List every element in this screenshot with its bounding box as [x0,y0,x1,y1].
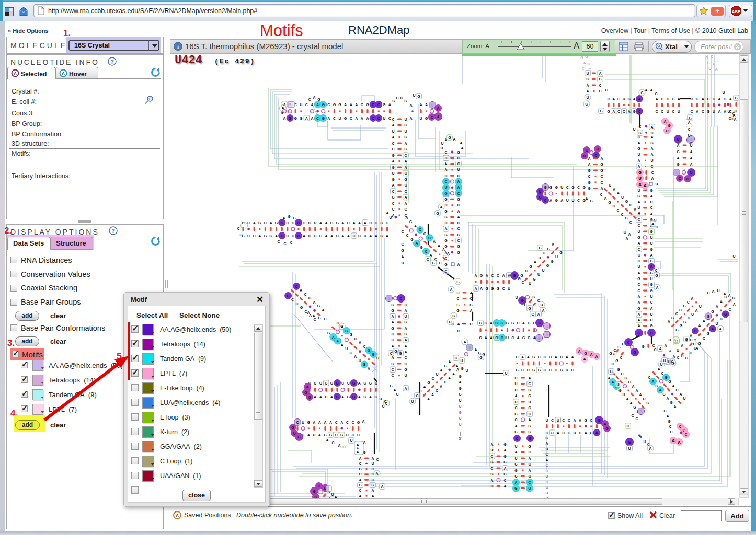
svg-text:U: U [732,254,735,258]
svg-text:A: A [392,183,394,187]
svg-text:G: G [637,236,640,239]
svg-text:G: G [511,321,514,325]
svg-text:G: G [394,350,397,353]
svg-text:C: C [551,431,554,435]
svg-text:A: A [457,263,460,266]
svg-text:A: A [275,234,278,238]
svg-text:G: G [336,221,339,225]
svg-text:G: G [300,117,303,120]
svg-text:G: G [650,230,653,234]
svg-text:G: G [545,436,548,440]
svg-text:C: C [555,368,557,372]
svg-text:U: U [456,291,459,295]
svg-text:U: U [404,374,407,377]
svg-text:C: C [638,125,641,129]
svg-text:G: G [423,232,427,236]
svg-text:G: G [655,384,658,388]
svg-text:C: C [297,234,300,238]
svg-text:A: A [583,357,586,361]
svg-text:U: U [667,110,669,113]
svg-text:G: G [698,342,701,345]
svg-text:U: U [637,265,640,269]
svg-text:U: U [515,296,518,299]
svg-text:A: A [637,159,640,162]
svg-text:C: C [661,371,664,375]
svg-text:A: A [486,274,488,277]
svg-text:G: G [371,483,374,487]
svg-text:A: A [585,431,587,435]
svg-text:A: A [363,440,365,444]
svg-text:C: C [690,351,692,355]
svg-text:C: C [637,259,640,263]
svg-text:A: A [281,106,284,110]
svg-text:C: C [308,98,311,101]
svg-text:C: C [533,321,535,325]
svg-text:G: G [404,368,407,371]
svg-text:A: A [447,252,450,255]
svg-text:A: A [590,353,592,356]
svg-text:G: G [497,287,500,290]
svg-text:G: G [585,102,588,106]
svg-text:U: U [459,423,461,426]
svg-text:C: C [650,131,653,135]
svg-text:G: G [538,368,541,372]
svg-text:C: C [669,425,671,428]
svg-text:C: C [375,381,377,385]
svg-text:A: A [637,165,640,168]
svg-text:A: A [485,336,487,340]
svg-text:A: A [729,97,732,101]
svg-text:C: C [404,154,407,157]
svg-text:A: A [457,185,460,189]
svg-text:A: A [444,162,447,166]
svg-text:C: C [490,455,493,458]
svg-text:U: U [449,320,451,324]
svg-text:A: A [341,234,344,238]
svg-text:U: U [371,462,374,466]
svg-text:C: C [327,103,330,107]
svg-text:G: G [425,117,428,120]
svg-text:G: G [586,77,589,81]
svg-text:G: G [514,474,518,478]
svg-text:G: G [404,147,407,151]
svg-text:U: U [545,474,548,478]
svg-text:A: A [490,479,493,482]
svg-text:A: A [690,150,692,154]
svg-text:G: G [629,203,633,207]
svg-text:G: G [491,287,494,290]
svg-text:G: G [469,303,473,307]
svg-text:C: C [404,207,407,211]
svg-text:U: U [616,383,619,387]
svg-text:C: C [401,242,404,246]
svg-text:A: A [330,234,333,238]
svg-text:G: G [633,110,636,113]
svg-text:C: C [655,92,657,96]
svg-text:G: G [715,68,718,72]
svg-text:G: G [297,221,300,225]
svg-text:U: U [691,312,694,316]
svg-text:C: C [637,224,640,227]
svg-text:U: U [465,369,468,373]
svg-text:C: C [391,368,394,371]
svg-text:A: A [313,300,315,304]
svg-text:A: A [332,335,335,339]
svg-text:C: C [404,171,407,175]
svg-text:C: C [404,303,407,307]
svg-text:G: G [543,251,546,255]
svg-text:G: G [624,376,627,380]
svg-text:C: C [537,299,540,303]
svg-text:G: G [456,303,460,307]
svg-text:U: U [389,216,392,219]
svg-text:C: C [587,62,590,66]
svg-text:A: A [650,125,653,129]
svg-text:A: A [502,274,505,277]
svg-text:G: G [520,274,523,277]
svg-text:C: C [566,185,569,189]
svg-text:A: A [637,295,640,298]
svg-text:C: C [562,431,565,435]
svg-text:G: G [615,359,618,363]
svg-text:G: G [391,309,394,312]
svg-text:A: A [456,368,459,371]
svg-text:C: C [286,221,289,225]
svg-text:A: A [557,431,559,435]
svg-text:G: G [380,221,383,225]
